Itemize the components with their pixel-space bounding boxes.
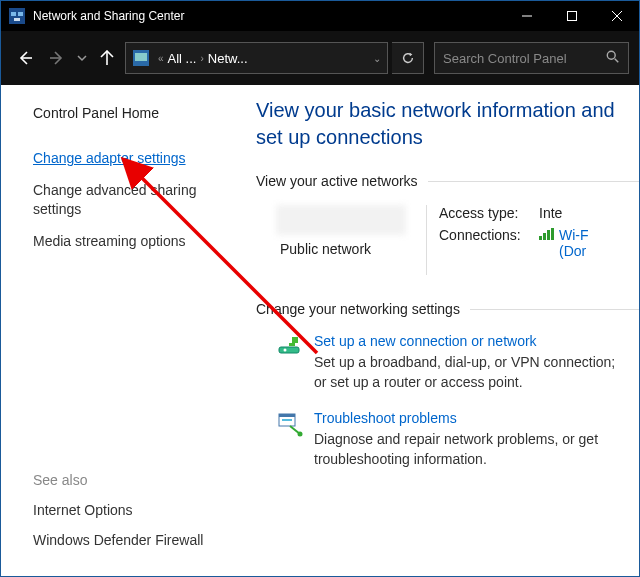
close-button[interactable] <box>594 1 639 31</box>
svg-rect-3 <box>14 18 20 21</box>
breadcrumb-seg[interactable]: All ... <box>168 51 197 66</box>
change-adapter-settings-link[interactable]: Change adapter settings <box>33 149 238 169</box>
title-bar: Network and Sharing Center <box>1 1 639 31</box>
troubleshoot-item: Troubleshoot problems Diagnose and repai… <box>256 410 639 469</box>
change-settings-heading: Change your networking settings <box>256 301 639 317</box>
setup-connection-icon <box>276 333 304 361</box>
firewall-link[interactable]: Windows Defender Firewall <box>33 532 238 548</box>
network-type-label: Public network <box>276 241 426 257</box>
svg-point-17 <box>284 349 287 352</box>
svg-point-21 <box>298 432 303 437</box>
page-title: View your basic network information and … <box>256 97 639 151</box>
access-type-label: Access type: <box>439 205 539 221</box>
internet-options-link[interactable]: Internet Options <box>33 502 238 518</box>
svg-line-14 <box>615 58 619 62</box>
svg-rect-5 <box>567 12 576 21</box>
chevron-right-icon: › <box>200 53 203 64</box>
see-also-heading: See also <box>33 472 238 488</box>
search-icon <box>606 50 620 67</box>
divider <box>428 181 639 182</box>
body: Control Panel Home Change adapter settin… <box>1 85 639 576</box>
access-type-value: Inte <box>539 205 639 221</box>
search-placeholder: Search Control Panel <box>443 51 567 66</box>
nav-toolbar: « All ... › Netw... ⌄ Search Control Pan… <box>1 31 639 85</box>
active-networks-heading: View your active networks <box>256 173 639 189</box>
svg-rect-20 <box>282 419 292 421</box>
app-icon <box>9 8 25 24</box>
setup-connection-link[interactable]: Set up a new connection or network <box>314 333 627 349</box>
history-dropdown[interactable] <box>75 44 89 72</box>
sidebar: Control Panel Home Change adapter settin… <box>1 85 256 576</box>
breadcrumb[interactable]: « All ... › Netw... ⌄ <box>125 42 388 74</box>
troubleshoot-icon <box>276 410 304 438</box>
troubleshoot-desc: Diagnose and repair network problems, or… <box>314 430 627 469</box>
change-advanced-sharing-link[interactable]: Change advanced sharing settings <box>33 181 238 220</box>
setup-connection-item: Set up a new connection or network Set u… <box>256 333 639 392</box>
control-panel-home-link[interactable]: Control Panel Home <box>33 105 238 121</box>
back-button[interactable] <box>11 44 39 72</box>
connection-sub: (Dor <box>559 243 586 259</box>
main-content: View your basic network information and … <box>256 85 639 576</box>
network-name-redacted <box>276 205 406 235</box>
connections-label: Connections: <box>439 227 539 259</box>
breadcrumb-seg[interactable]: Netw... <box>208 51 248 66</box>
troubleshoot-link[interactable]: Troubleshoot problems <box>314 410 627 426</box>
svg-point-13 <box>607 51 615 59</box>
active-network-row: Public network Access type: Inte Connect… <box>256 205 639 275</box>
window-title: Network and Sharing Center <box>33 9 184 23</box>
search-input[interactable]: Search Control Panel <box>434 42 629 74</box>
svg-rect-19 <box>279 414 295 417</box>
chevron-left-icon: « <box>158 53 164 64</box>
divider <box>426 205 427 275</box>
divider <box>470 309 639 310</box>
window-frame: Network and Sharing Center <box>0 0 640 577</box>
refresh-button[interactable] <box>392 42 424 74</box>
control-panel-icon <box>132 50 150 66</box>
svg-rect-12 <box>135 53 147 61</box>
chevron-down-icon[interactable]: ⌄ <box>373 53 381 64</box>
minimize-button[interactable] <box>504 1 549 31</box>
svg-rect-2 <box>18 12 23 16</box>
svg-rect-1 <box>11 12 16 16</box>
svg-rect-15 <box>279 347 299 353</box>
media-streaming-link[interactable]: Media streaming options <box>33 232 238 252</box>
forward-button[interactable] <box>43 44 71 72</box>
maximize-button[interactable] <box>549 1 594 31</box>
up-button[interactable] <box>93 44 121 72</box>
window-controls <box>504 1 639 31</box>
setup-connection-desc: Set up a broadband, dial-up, or VPN conn… <box>314 353 627 392</box>
connection-link[interactable]: Wi-F <box>559 227 589 243</box>
wifi-signal-icon <box>539 228 555 240</box>
